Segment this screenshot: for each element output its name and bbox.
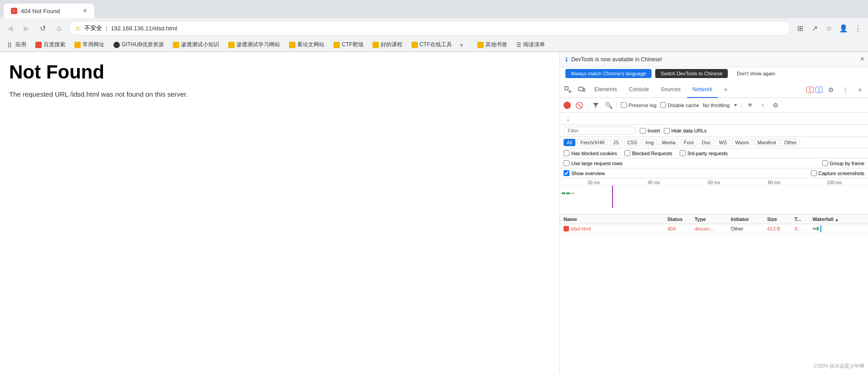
disable-cache-checkbox[interactable]: Disable cache (660, 102, 699, 108)
bookmark-pentest1[interactable]: 渗透测试小知识 (169, 40, 223, 49)
menu-button[interactable]: ⋮ (852, 22, 864, 34)
bookmark-readlist[interactable]: ☰ 阅读清单 (513, 40, 549, 49)
profile-button[interactable]: 👤 (837, 22, 850, 34)
bookmark-pentest2[interactable]: 渗透测试学习网站 (225, 40, 284, 49)
capture-screenshots-input[interactable] (811, 170, 817, 176)
info-badge: 1 (815, 87, 823, 93)
blocked-requests-option[interactable]: Blocked Requests (624, 150, 672, 156)
type-other-button[interactable]: Other (781, 139, 800, 146)
blocked-requests-input[interactable] (624, 150, 630, 156)
row-name-cell: idsd.html (564, 226, 667, 231)
type-css-button[interactable]: CSS (624, 139, 641, 146)
table-row[interactable]: idsd.html 404 docum... Other 413 B 3... (560, 224, 868, 234)
third-party-input[interactable] (680, 150, 686, 156)
bookmark-common[interactable]: 常用网址 (71, 40, 108, 49)
filter-button[interactable] (591, 101, 600, 110)
settings-network-button[interactable]: ⚙ (771, 101, 780, 110)
type-all-button[interactable]: All (564, 139, 575, 146)
search-button[interactable]: 🔍 (604, 101, 613, 110)
clear-button[interactable]: 🚫 (574, 101, 584, 110)
bookmark-paper[interactable]: 看论文网站 (285, 40, 328, 49)
bookmark-ctf-tools-label: CTF在线工具 (420, 41, 452, 49)
timeline-dashes (562, 192, 574, 194)
forward-button[interactable]: ▶ (20, 22, 33, 34)
devtools-tabs: Elements Console Sources Network » 1 1 ⚙… (560, 82, 868, 98)
bookmark-button[interactable]: ☆ (823, 22, 835, 34)
address-bar[interactable]: ⚠ 不安全 | 192.168.136.11/idsd.html (69, 21, 790, 35)
bookmark-ctf[interactable]: CTF靶场 (330, 40, 367, 49)
type-js-button[interactable]: JS (610, 139, 622, 146)
bookmark-github[interactable]: GITHUB优质资源 (110, 40, 167, 49)
reload-button[interactable]: ↺ (36, 22, 49, 34)
group-by-frame-option[interactable]: Group by frame (822, 160, 864, 166)
blocked-cookies-option[interactable]: Has blocked cookies (564, 150, 617, 156)
match-language-button[interactable]: Always match Chrome's language (565, 69, 652, 78)
bookmarks-more-button[interactable]: » (457, 41, 466, 49)
tab-elements[interactable]: Elements (589, 82, 623, 98)
inspect-element-button[interactable] (562, 83, 574, 96)
large-rows-option[interactable]: Use large request rows (564, 160, 623, 166)
bookmark-course[interactable]: 好的课程 (369, 40, 406, 49)
capture-screenshots-option[interactable]: Capture screenshots (811, 170, 865, 176)
invert-input[interactable] (640, 128, 646, 134)
type-ws-button[interactable]: WS (716, 139, 730, 146)
type-img-button[interactable]: Img (642, 139, 657, 146)
dont-show-button[interactable]: Don't show again (731, 69, 780, 78)
more-options-button[interactable]: ⋮ (839, 83, 852, 96)
col-status-header: Status (667, 216, 695, 222)
tab-console[interactable]: Console (623, 82, 654, 98)
home-button[interactable]: ⌂ (53, 22, 65, 34)
type-fetchxhr-button[interactable]: Fetch/XHR (577, 139, 608, 146)
tab-elements-label: Elements (594, 86, 617, 93)
back-button[interactable]: ◀ (4, 22, 16, 34)
col-size-header: Size (767, 216, 794, 222)
notification-close-button[interactable]: × (860, 55, 864, 63)
bookmark-apps[interactable]: ⠿ 应用 (4, 40, 30, 49)
active-tab[interactable]: ! 404 Not Found × (4, 4, 94, 18)
hide-data-urls-input[interactable] (664, 128, 670, 134)
bookmark-github-label: GITHUB优质资源 (122, 41, 164, 49)
show-overview-input[interactable] (564, 170, 569, 176)
download-button[interactable]: ↓ (564, 114, 573, 123)
settings-button[interactable]: ⚙ (824, 83, 837, 96)
tab-network[interactable]: Network (687, 82, 718, 98)
col-time-header: T... (794, 216, 813, 222)
bookmark-baidu[interactable]: 百度搜索 (32, 40, 69, 49)
group-by-frame-input[interactable] (822, 160, 828, 166)
blocked-cookies-input[interactable] (564, 150, 569, 156)
disable-cache-input[interactable] (660, 102, 666, 108)
record-button[interactable] (564, 102, 571, 109)
row-type-cell: docum... (695, 226, 731, 231)
third-party-option[interactable]: 3rd-party requests (680, 150, 728, 156)
close-devtools-button[interactable]: × (853, 83, 866, 96)
network-options-row1: Has blocked cookies Blocked Requests 3rd… (560, 148, 868, 158)
preserve-log-input[interactable] (621, 102, 627, 108)
filter-input[interactable] (564, 127, 636, 135)
switch-chinese-button[interactable]: Switch DevTools to Chinese (655, 69, 728, 78)
tab-sources[interactable]: Sources (655, 82, 686, 98)
device-toggle-button[interactable] (575, 83, 588, 96)
bookmark-other[interactable]: 其他书签 (474, 40, 511, 49)
bookmark-divider (470, 41, 470, 49)
type-media-button[interactable]: Media (659, 139, 679, 146)
screenshot-button[interactable]: ⊞ (794, 22, 806, 34)
readlist-icon: ☰ (516, 42, 521, 48)
preserve-log-checkbox[interactable]: Preserve log (621, 102, 657, 108)
throttle-dropdown-icon[interactable]: ▼ (733, 103, 738, 108)
invert-checkbox[interactable]: Invert (640, 128, 660, 134)
extension-button[interactable]: ↗ (808, 22, 821, 34)
hide-data-urls-checkbox[interactable]: Hide data URLs (664, 128, 707, 134)
show-overview-option[interactable]: Show overview (564, 170, 605, 176)
bookmark-ctf-tools[interactable]: CTF在线工具 (408, 40, 456, 49)
type-wasm-button[interactable]: Wasm (732, 139, 752, 146)
large-rows-input[interactable] (564, 160, 569, 166)
tab-close-button[interactable]: × (83, 7, 87, 15)
type-font-button[interactable]: Font (681, 139, 697, 146)
row-waterfall-cell (813, 226, 864, 231)
type-doc-button[interactable]: Doc (699, 139, 714, 146)
type-manifest-button[interactable]: Manifest (754, 139, 780, 146)
upload-button[interactable]: ↑ (758, 101, 767, 110)
svg-rect-3 (579, 87, 583, 91)
tab-more[interactable]: » (719, 82, 733, 98)
col-waterfall-header: Waterfall ▲ (813, 216, 864, 222)
